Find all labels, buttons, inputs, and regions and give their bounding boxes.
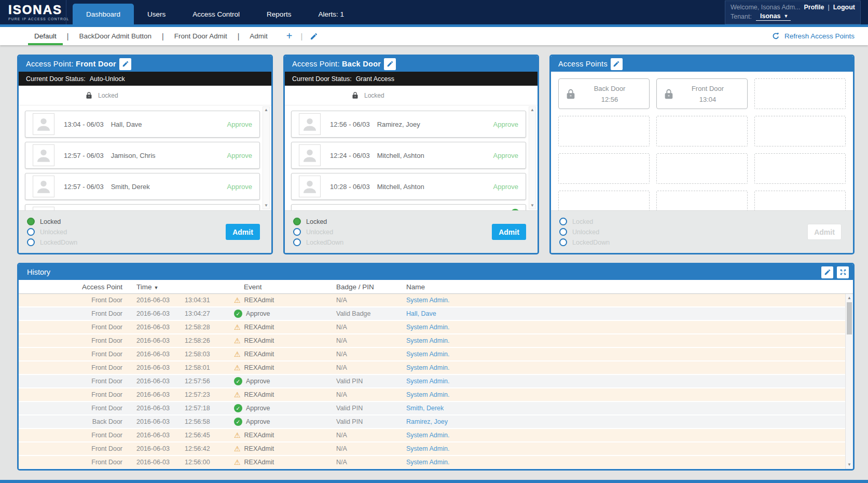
empty-access-point-slot xyxy=(558,153,650,184)
history-date: 2016-06-03 xyxy=(136,418,185,425)
radio-locked[interactable] xyxy=(293,218,301,225)
tenant-value: Isonas xyxy=(760,12,781,20)
edit-panel-button[interactable] xyxy=(119,58,131,70)
success-check-icon: ✓ xyxy=(234,418,242,426)
user-session-box: Welcome, Isonas Adm... Profile | Logout … xyxy=(725,1,861,24)
door-event-row: 13:04 - 06/03 Hall, Dave Approve xyxy=(25,111,260,138)
access-point-panel-back-door: Access Point: Back Door Current Door Sta… xyxy=(283,55,539,254)
history-date: 2016-06-03 xyxy=(136,391,185,398)
history-row: Front Door 2016-06-0312:58:26 ⚠ REXAdmit… xyxy=(19,334,845,348)
refresh-access-points-button[interactable]: Refresh Access Points xyxy=(771,27,855,45)
scroll-down-icon[interactable]: ▼ xyxy=(846,462,853,468)
history-badge-pin: Valid PIN xyxy=(336,418,406,425)
history-row: Front Door 2016-06-0312:57:23 ⚠ REXAdmit… xyxy=(19,388,845,402)
mode-unlocked[interactable]: Unlocked xyxy=(27,228,77,236)
history-user-link[interactable]: System Admin. xyxy=(406,378,845,385)
nav-tab-access-control[interactable]: Access Control xyxy=(179,4,253,24)
column-header-time[interactable]: Time▼ xyxy=(122,283,234,291)
history-scrollbar[interactable]: ▲ ▼ xyxy=(845,294,853,469)
history-user-link[interactable]: System Admin. xyxy=(406,445,845,452)
list-scrollbar[interactable]: ▲ ▼ xyxy=(529,106,536,209)
scroll-up-icon[interactable]: ▲ xyxy=(530,107,534,113)
approve-link[interactable]: Approve xyxy=(493,183,518,191)
column-header-badge-pin[interactable]: Badge / PIN xyxy=(336,283,406,291)
radio-unlocked[interactable] xyxy=(293,228,301,236)
profile-link[interactable]: Profile xyxy=(804,4,824,11)
scroll-up-icon[interactable]: ▲ xyxy=(846,295,853,301)
nav-tab-dashboard[interactable]: Dashboard xyxy=(73,4,134,24)
view-tab-default[interactable]: Default xyxy=(24,27,67,45)
column-header-access-point[interactable]: Access Point xyxy=(19,283,122,291)
mode-locked[interactable]: Locked xyxy=(293,218,343,225)
column-header-name[interactable]: Name xyxy=(406,283,845,291)
history-time: 2016-06-0312:57:23 xyxy=(122,391,234,398)
admit-button-disabled: Admit xyxy=(807,224,842,240)
history-clock: 12:58:28 xyxy=(185,324,210,331)
mode-locked[interactable]: Locked xyxy=(27,218,77,225)
history-user-link[interactable]: System Admin. xyxy=(406,391,845,398)
logout-link[interactable]: Logout xyxy=(833,4,855,11)
event-time: 12:57 - 06/03 xyxy=(64,183,104,191)
history-user-link[interactable]: System Admin. xyxy=(406,432,845,439)
radio-lockeddown[interactable] xyxy=(293,238,301,246)
door-event-row: 12:57 - 06/03 Jamison, Chris Approve xyxy=(25,142,260,169)
history-user-link[interactable]: Hall, Dave xyxy=(406,310,845,317)
view-tab-admit[interactable]: Admit xyxy=(239,27,278,45)
admit-button[interactable]: Admit xyxy=(226,224,260,240)
access-point-card-back-door[interactable]: Back Door 12:56 xyxy=(558,78,650,109)
view-tab-backdoor-admit-button[interactable]: BackDoor Admit Button xyxy=(68,27,162,45)
radio-lockeddown[interactable] xyxy=(27,238,35,246)
approve-link[interactable]: Approve xyxy=(227,152,252,159)
history-user-link[interactable]: System Admin. xyxy=(406,324,845,331)
event-time: 10:18 - 06/03 xyxy=(361,209,401,211)
empty-access-point-slot xyxy=(754,153,846,184)
tenant-dropdown[interactable]: Isonas ▼ xyxy=(756,12,791,21)
edit-panel-button[interactable] xyxy=(611,58,623,70)
scroll-down-icon[interactable]: ▼ xyxy=(530,203,534,209)
mode-unlocked[interactable]: Unlocked xyxy=(293,228,343,236)
scrollbar-thumb[interactable] xyxy=(847,302,852,334)
history-user-link[interactable]: System Admin. xyxy=(406,351,845,358)
list-scrollbar[interactable]: ▲ ▼ xyxy=(263,106,270,209)
history-title: History xyxy=(27,268,50,276)
approve-link[interactable]: Approve xyxy=(227,120,252,128)
approve-link[interactable]: Approve xyxy=(493,152,518,159)
user-avatar xyxy=(299,113,321,135)
radio-unlocked[interactable] xyxy=(27,228,35,236)
edit-panel-button[interactable] xyxy=(384,58,396,70)
event-user-name: Mitchell, Ashton xyxy=(377,183,424,191)
admit-button[interactable]: Admit xyxy=(492,224,526,240)
history-row: Front Door 2016-06-0312:56:45 ⚠ REXAdmit… xyxy=(19,429,845,442)
history-user-link[interactable]: Smith, Derek xyxy=(406,405,845,412)
edit-views-button[interactable] xyxy=(302,27,325,45)
history-user-link[interactable]: System Admin. xyxy=(406,364,845,371)
door-status-bar: Current Door Status: Auto-Unlock xyxy=(19,72,271,86)
add-view-button[interactable]: + xyxy=(278,27,301,45)
history-user-link[interactable]: System Admin. xyxy=(406,459,845,466)
history-event-label: REXAdmit xyxy=(244,324,274,331)
column-header-event[interactable]: Event xyxy=(234,283,336,291)
mode-lockeddown[interactable]: LockedDown xyxy=(27,238,77,246)
radio-locked[interactable] xyxy=(27,218,35,225)
history-time: 2016-06-0312:56:58 xyxy=(122,418,234,425)
edit-history-button[interactable] xyxy=(821,266,833,278)
scroll-up-icon[interactable]: ▲ xyxy=(264,107,268,113)
logo-tagline: PURE IP ACCESS CONTROL xyxy=(8,17,66,21)
scroll-down-icon[interactable]: ▼ xyxy=(264,203,268,209)
history-user-link[interactable]: Ramirez, Joey xyxy=(406,418,845,425)
nav-tab-reports[interactable]: Reports xyxy=(253,4,305,24)
history-user-link[interactable]: System Admin. xyxy=(406,337,845,344)
approve-link[interactable]: Approve xyxy=(227,183,252,191)
history-user-link[interactable]: System Admin. xyxy=(406,297,845,304)
history-badge-pin: Valid Badge xyxy=(336,310,406,317)
history-header: History xyxy=(19,264,853,280)
access-point-card-front-door[interactable]: Front Door 13:04 xyxy=(656,78,748,109)
expand-history-button[interactable] xyxy=(837,266,849,278)
history-row: Front Door 2016-06-0312:58:28 ⚠ REXAdmit… xyxy=(19,321,845,334)
nav-tab-users[interactable]: Users xyxy=(134,4,179,24)
approve-link[interactable]: Approve xyxy=(493,120,518,128)
view-tab-front-door-admit[interactable]: Front Door Admit xyxy=(164,27,238,45)
history-badge-pin: Valid PIN xyxy=(336,405,406,412)
nav-tab-alerts[interactable]: Alerts: 1 xyxy=(305,4,357,24)
mode-lockeddown[interactable]: LockedDown xyxy=(293,238,343,246)
